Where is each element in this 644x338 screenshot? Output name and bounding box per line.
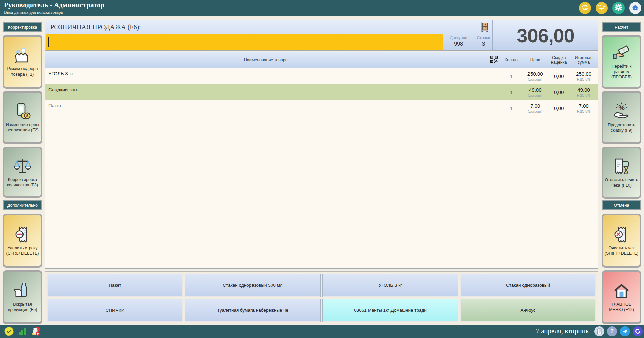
item-discount: 0,00 [549, 100, 569, 116]
svg-text:%: % [618, 104, 625, 111]
table-row[interactable]: Пакет 1 7,00 (доп.орг) 0,00 7,00 НДС 5% [45, 100, 598, 116]
quick-button-spichki[interactable]: СПИЧКИ [47, 299, 183, 322]
quick-button-stakan[interactable]: Стакан одноразовый [460, 274, 596, 297]
window-subtitle: Ввод данных для поиска товара [4, 10, 63, 15]
price-note: (доп.орг) [528, 109, 542, 113]
status-bar: 7 апреля, вторник ? [0, 325, 644, 338]
quick-button-stakan-500[interactable]: Стакан одноразовый 500 мл [185, 274, 320, 297]
item-name: УГОЛЬ 3 кг [45, 68, 487, 84]
total-value: 7,00 [579, 103, 588, 109]
item-qty: 1 [501, 68, 521, 84]
item-qr-cell [487, 100, 501, 116]
total-section: 306,00 [493, 20, 599, 50]
sale-title-bar: РОЗНИЧНАЯ ПРОДАЖА (F6): [45, 20, 492, 34]
home-button[interactable] [629, 2, 641, 14]
section-header-payment: Расчет [602, 22, 641, 32]
quick-button-paket[interactable]: Пакет [47, 274, 183, 297]
settings-button[interactable] [612, 2, 625, 14]
total-value: 49,00 [577, 87, 590, 93]
adjust-quantity-button[interactable]: Корректировка количества (F3) [3, 147, 42, 198]
opened-products-button[interactable]: Вскрытая продукция (F5) [3, 270, 42, 324]
notebook-icon[interactable] [594, 326, 604, 336]
header-discount: Скидка наценка [549, 52, 569, 68]
bell-icon [598, 3, 606, 13]
search-input[interactable] [46, 34, 443, 50]
adjust-quantity-label: Корректировка количества (F3) [6, 177, 39, 188]
postpone-receipt-label: Отложить печать чека (F10) [605, 178, 638, 188]
bar-chart-icon[interactable] [18, 327, 27, 337]
opened-bottle-icon [13, 282, 32, 301]
hand-truck-icon[interactable] [479, 21, 490, 34]
available-label: Доступно [443, 35, 474, 40]
gear-icon [614, 3, 623, 13]
smiley-check-icon[interactable] [4, 326, 14, 338]
main-menu-button[interactable]: ГЛАВНОЕ МЕНЮ (F12) [602, 270, 641, 324]
home-icon [631, 3, 639, 13]
header-qty: Кол-во [501, 52, 521, 68]
question-icon[interactable]: ? [607, 326, 617, 336]
telegram-icon[interactable] [620, 326, 630, 336]
swirl-icon[interactable] [633, 326, 643, 336]
table-row-selected[interactable]: Сладкий зонт 1 49,00 (доп.орг) 0,00 49,0… [45, 84, 598, 100]
item-discount: 0,00 [549, 84, 569, 100]
receipt-x-icon [612, 225, 631, 244]
header-name: Наименование товара [45, 52, 487, 68]
price-value: 7,00 [530, 103, 540, 109]
available-cell: Доступно 998 [443, 34, 474, 50]
status-date: 7 апреля, вторник [536, 327, 589, 335]
quick-button-manty[interactable]: 03661 Манты 1кг Домашние тради [323, 299, 458, 322]
items-table: Наименование товара Кол-во Цена Скидка н… [45, 52, 598, 269]
main-menu-label: ГЛАВНОЕ МЕНЮ (F12) [605, 302, 638, 312]
total-note: НДС 5% [577, 77, 590, 81]
item-qr-cell [487, 84, 501, 100]
opened-products-label: Вскрытая продукция (F5) [6, 302, 39, 312]
text-caret [48, 37, 49, 47]
lines-cell: Строки 3 [474, 34, 493, 50]
sale-panel-left: РОЗНИЧНАЯ ПРОДАЖА (F6): Доступно 998 Стр… [45, 20, 493, 50]
select-mode-button[interactable]: Режим подбора товара (F1) [3, 35, 42, 89]
section-header-cancel: Отмена [602, 200, 641, 210]
topbar-icons [579, 2, 641, 14]
quick-button-anchous[interactable]: Анчоус [460, 299, 596, 322]
scales-icon [13, 157, 32, 176]
item-price: 250,00 (доп.орг) [521, 68, 549, 84]
header-qr [487, 52, 501, 68]
lines-label: Строки [474, 35, 493, 40]
price-value: 250,00 [527, 71, 543, 77]
hand-percent-icon: % [612, 102, 631, 121]
table-row[interactable]: УГОЛЬ 3 кг 1 250,00 (доп.орг) 0,00 250,0… [45, 68, 598, 84]
delete-row-button[interactable]: Удалить строку (CTRL+DELETE) [3, 214, 42, 268]
qr-code-icon [490, 56, 498, 64]
table-header-row: Наименование товара Кол-во Цена Скидка н… [45, 52, 598, 68]
sync-button[interactable] [579, 2, 591, 14]
available-value: 998 [443, 41, 474, 47]
house-icon [612, 282, 631, 301]
item-qty: 1 [501, 100, 521, 116]
price-value: 49,00 [529, 87, 542, 93]
header-price: Цена [521, 52, 549, 68]
quick-button-bumaga[interactable]: Туалетная бумага набережные че [185, 299, 320, 322]
total-note: НДС 5% [577, 109, 590, 113]
clear-receipt-button[interactable]: Очистить чек (SHIFT+DELETE) [602, 214, 641, 268]
database-icon[interactable] [31, 326, 41, 338]
quick-buttons-panel: Пакет Стакан одноразовый 500 мл УГОЛЬ 3 … [45, 271, 598, 324]
go-to-payment-button[interactable]: Перейти к расчету (ПРОБЕЛ) [602, 35, 641, 89]
change-price-button[interactable]: $ Изменение цены реализации (F2) [3, 91, 42, 144]
delete-row-label: Удалить строку (CTRL+DELETE) [6, 246, 39, 256]
price-note: (доп.орг) [528, 93, 542, 97]
item-price: 7,00 (доп.орг) [521, 100, 549, 116]
postpone-receipt-button[interactable]: Отложить печать чека (F10) [602, 147, 641, 199]
item-total: 250,00 НДС 5% [569, 68, 598, 84]
give-discount-button[interactable]: % Предоставить скидку (F9) [602, 91, 641, 144]
item-discount: 0,00 [549, 68, 569, 84]
quick-button-ugol[interactable]: УГОЛЬ 3 кг [323, 274, 458, 297]
item-total: 49,00 НДС 5% [569, 84, 598, 100]
notifications-button[interactable] [596, 2, 608, 14]
window-title: Руководитель - Администратор [4, 1, 104, 9]
section-header-label: Отмена [614, 203, 629, 208]
go-to-payment-label: Перейти к расчету (ПРОБЕЛ) [605, 64, 638, 80]
give-discount-label: Предоставить скидку (F9) [605, 123, 638, 133]
item-name: Пакет [45, 100, 487, 116]
svg-text:$: $ [26, 114, 29, 118]
sale-input-row: Доступно 998 Строки 3 [45, 34, 492, 51]
